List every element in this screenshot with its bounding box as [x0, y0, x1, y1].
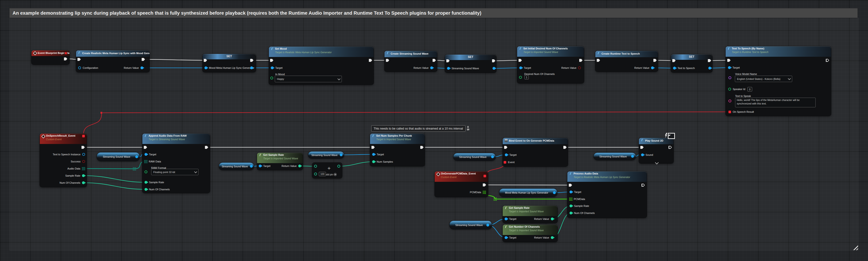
variable-output-pin[interactable]: [340, 153, 343, 156]
streaming-sound-wave-pill-2[interactable]: Streaming Sound Wave: [219, 162, 254, 170]
enum-pin[interactable]: [145, 171, 147, 173]
object-pin[interactable]: [259, 164, 261, 167]
num-pin[interactable]: [145, 181, 147, 184]
node-title: Play Sound 2D: [645, 139, 663, 142]
object-pin[interactable]: [493, 67, 495, 70]
speaker-id-input[interactable]: 0: [747, 87, 752, 91]
string-pin[interactable]: [728, 76, 731, 79]
set-text-to-speech-var[interactable]: SET: [671, 54, 712, 72]
divisor-input[interactable]: 100: [319, 172, 326, 176]
object-pin[interactable]: [673, 67, 676, 70]
object-pin[interactable]: [505, 218, 507, 220]
text-to-speak-input[interactable]: Hello, world! The lips of the MetaHuman …: [735, 98, 816, 107]
object-pin[interactable]: [651, 67, 654, 69]
num-pin[interactable]: [298, 164, 301, 167]
object-pin[interactable]: [141, 67, 143, 69]
num-pin[interactable]: [82, 174, 85, 177]
reroute-knot[interactable]: [100, 112, 102, 114]
variable-output-pin[interactable]: [250, 165, 253, 167]
object-pin[interactable]: [271, 67, 274, 69]
object-pin[interactable]: [505, 236, 507, 239]
object-pin[interactable]: [505, 153, 508, 156]
streaming-sound-wave-pill-7[interactable]: Streaming Sound Wave: [450, 221, 492, 229]
array-pin[interactable]: [82, 167, 85, 170]
raw-format-select[interactable]: Floating point 32-bit: [151, 169, 198, 175]
object-pin[interactable]: [708, 67, 711, 70]
streaming-sound-wave-pill-1[interactable]: Streaming Sound Wave: [97, 152, 140, 161]
delegate-pin[interactable]: [504, 161, 506, 163]
num-pin[interactable]: [551, 218, 554, 220]
get-number-of-channels[interactable]: fGet Number Of ChannelsTarget is Importe…: [503, 225, 557, 242]
object-pin[interactable]: [569, 191, 572, 193]
pin-icon[interactable]: [467, 126, 469, 128]
object-pin[interactable]: [430, 67, 433, 69]
num-pin[interactable]: [372, 160, 375, 163]
pin-label: Success: [71, 160, 81, 163]
process-audio-data[interactable]: fProcess Audio DataTarget is Realistic M…: [567, 172, 647, 218]
num-pin[interactable]: [569, 204, 572, 207]
streaming-sound-wave-pill-4[interactable]: Streaming Sound Wave: [453, 153, 496, 161]
object-pin[interactable]: [372, 153, 375, 156]
variable-output-pin[interactable]: [553, 191, 556, 194]
blueprint-graph-canvas[interactable]: Event Blueprint Begin PlayfCreate Realis…: [0, 0, 868, 261]
enum-pin[interactable]: [728, 88, 731, 90]
get-sample-rate-2[interactable]: fGet Sample RateTarget is Imported Sound…: [503, 206, 557, 223]
play-sound-2d[interactable]: fPlay Sound 2D: [639, 138, 674, 163]
object-pin[interactable]: [145, 153, 147, 156]
pin-label: Return Value: [534, 218, 549, 220]
object-pin[interactable]: [641, 153, 644, 156]
num-pin[interactable]: [551, 236, 554, 239]
comment-bubble-icon[interactable]: [467, 128, 469, 130]
event-begin-play[interactable]: Event Blueprint Begin Play: [32, 50, 69, 65]
object-pin[interactable]: [205, 67, 207, 69]
set-mood-generator-var[interactable]: SET: [203, 54, 256, 72]
array-pin[interactable]: [483, 191, 486, 194]
delegate-pin[interactable]: [728, 111, 731, 113]
num-pin[interactable]: [82, 181, 85, 184]
bool-pin[interactable]: [82, 160, 85, 163]
reroute-knot[interactable]: [133, 167, 136, 171]
variable-output-pin[interactable]: [491, 155, 494, 158]
set-streaming-sound-wave-var[interactable]: SET: [445, 54, 496, 73]
reroute-knot[interactable]: [494, 198, 497, 201]
function-icon: f: [271, 47, 273, 50]
create-streaming-sound-wave[interactable]: fCreate Streaming Sound Wave: [384, 51, 437, 72]
num-pin[interactable]: [314, 165, 317, 167]
mood-generator-pill[interactable]: Mood Meta Human Lip Sync Generator: [499, 188, 557, 197]
num-pin[interactable]: [569, 212, 572, 215]
num-pin[interactable]: [145, 188, 147, 191]
node-title: Create Realistic Meta Human Lip Sync wit…: [82, 52, 150, 54]
variable-output-pin[interactable]: [486, 224, 489, 226]
pin-label: Sample Rate: [65, 174, 80, 177]
enum-pin[interactable]: [270, 77, 273, 79]
delegate-pin[interactable]: [82, 135, 85, 137]
variable-output-pin[interactable]: [135, 155, 138, 158]
streaming-sound-wave-pill-3[interactable]: Streaming Sound Wave: [308, 151, 344, 159]
wire-num: [339, 162, 374, 166]
object-pin[interactable]: [250, 67, 253, 69]
get-sample-rate-1[interactable]: fGet Sample RateTarget is Imported Sound…: [257, 153, 303, 170]
object-pin[interactable]: [82, 153, 85, 156]
comment-box-title-bar[interactable]: An example demonstrating lip sync during…: [9, 8, 858, 18]
node-flag-icon[interactable]: [64, 52, 67, 54]
delegate-pin[interactable]: [484, 175, 486, 177]
text_pin-pin[interactable]: [728, 100, 731, 102]
object-pin[interactable]: [519, 67, 522, 69]
voice-model-select[interactable]: English (United States) - Kokoro (Bella): [735, 76, 792, 82]
object-pin[interactable]: [728, 66, 731, 69]
bool-pin[interactable]: [578, 67, 581, 69]
object-pin[interactable]: [78, 67, 81, 69]
object-pin[interactable]: [447, 67, 450, 70]
append-audio-data-from-raw[interactable]: fAppend Audio Data From RAWTarget is Str…: [143, 134, 210, 193]
num-pin[interactable]: [314, 173, 317, 176]
add-pin-button[interactable]: Add pin: [325, 173, 337, 176]
in-mood-select[interactable]: Happy: [275, 76, 342, 82]
desired-num-channels-input[interactable]: 1: [525, 75, 529, 79]
streaming-sound-wave-pill-5[interactable]: Streaming Sound Wave: [593, 152, 636, 160]
enum-pin[interactable]: [519, 76, 522, 79]
num-pin[interactable]: [337, 165, 340, 167]
array-pin[interactable]: [144, 160, 147, 163]
variable-output-pin[interactable]: [631, 155, 634, 158]
array-pin[interactable]: [569, 198, 572, 201]
bubble-controls[interactable]: [467, 126, 469, 130]
